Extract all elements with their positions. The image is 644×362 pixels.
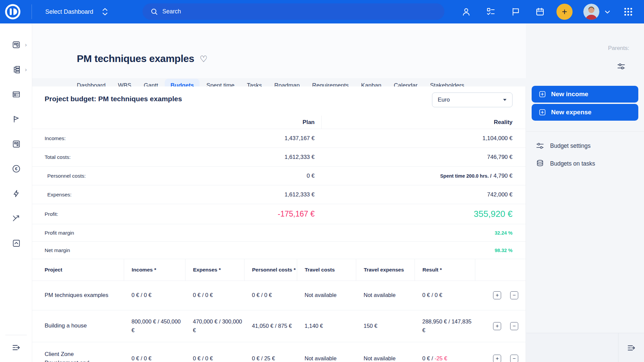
budget-summary: Plan Reality Incomes: 1,437,167 € 1,104,… xyxy=(32,116,526,259)
sidebar-item-boards[interactable] xyxy=(0,131,32,156)
project-link[interactable]: PM techniques examples xyxy=(45,292,108,298)
negative-result-value: -25 € xyxy=(435,355,447,361)
summary-row-total-costs: Total costs: 1,612,333 € 746,790 € xyxy=(32,148,526,167)
profile-button[interactable] xyxy=(462,7,471,16)
app-screen: Select Dashboard xyxy=(0,0,644,362)
add-row-button[interactable]: + xyxy=(493,322,501,330)
plan-column-header: Plan xyxy=(145,119,321,126)
table-row: Building a house 800,000 € / 450,000 € 4… xyxy=(32,310,526,342)
projects-budget-table: Project Incomes * Expenses * Personnel c… xyxy=(32,259,526,362)
currency-select[interactable]: Euro xyxy=(432,93,513,107)
sidebar-item-dashboards[interactable]: › xyxy=(0,32,32,57)
dashboard-selector[interactable]: Select Dashboard xyxy=(45,0,108,23)
search-input[interactable] xyxy=(162,8,424,15)
checklist-icon xyxy=(486,7,495,16)
profit-reality-value: 355,920 € xyxy=(321,209,526,219)
caret-down-icon xyxy=(503,99,507,101)
sidebar-item-workflow[interactable] xyxy=(0,206,32,231)
sidebar-item-pages[interactable] xyxy=(0,82,32,107)
user-icon xyxy=(462,7,471,16)
profile-menu-chevron[interactable] xyxy=(604,9,611,15)
sidebar-item-automation[interactable] xyxy=(0,181,32,206)
chevron-right-icon: › xyxy=(25,67,27,72)
dashboard-icon xyxy=(12,40,21,49)
flags-button[interactable] xyxy=(511,7,520,16)
add-row-button[interactable]: + xyxy=(493,355,501,362)
search-bar[interactable] xyxy=(143,3,444,20)
chevron-right-icon: › xyxy=(25,42,27,48)
svg-text:€: € xyxy=(15,166,17,171)
app-logo[interactable] xyxy=(4,3,21,20)
summary-row-profit: Profit: -175,167 € 355,920 € xyxy=(32,204,526,224)
table-row: PM techniques examples 0 € / 0 € 0 € / 0… xyxy=(32,281,526,310)
project-link[interactable]: Building a house xyxy=(45,322,87,329)
topbar-divider xyxy=(32,4,32,19)
col-personnel-costs: Personnel costs * xyxy=(244,259,297,281)
col-result: Result * xyxy=(415,259,475,281)
tree-structure-icon xyxy=(12,65,21,74)
col-travel-expenses: Travel expenses xyxy=(356,259,415,281)
project-link[interactable]: Client Zone Development and xyxy=(45,350,95,362)
budget-settings-link[interactable]: Budget settings xyxy=(536,141,591,151)
sidebar-item-budgets[interactable]: € xyxy=(0,156,32,181)
col-project: Project xyxy=(32,259,124,281)
euro-icon: € xyxy=(12,164,21,173)
new-expense-button[interactable]: New expense xyxy=(532,104,638,121)
sidebar-item-project-tree[interactable]: › xyxy=(0,57,32,82)
activity-bottom-bar xyxy=(526,333,644,362)
new-income-button[interactable]: New income xyxy=(532,86,638,103)
col-travel-costs: Travel costs xyxy=(297,259,356,281)
quick-add-button[interactable]: + xyxy=(556,4,573,20)
chevron-up-down-icon xyxy=(102,7,108,16)
remove-row-button[interactable]: − xyxy=(510,355,518,362)
left-sidebar: › › xyxy=(0,23,32,362)
sidebar-item-top-level[interactable] xyxy=(0,231,32,255)
flag-icon xyxy=(511,7,520,16)
panel-expand-button[interactable] xyxy=(618,333,644,362)
easy-project-logo-icon xyxy=(4,3,21,20)
spent-time-note: Spent time 200.0 hrs. / xyxy=(440,173,491,179)
budgets-on-tasks-link[interactable]: Budgets on tasks xyxy=(536,159,595,169)
summary-row-expenses: Expenses: 1,612,333 € 742,000 € xyxy=(32,185,526,204)
browser-window-icon xyxy=(12,90,21,99)
panels-icon xyxy=(12,139,21,148)
favorite-heart-icon[interactable]: ♡ xyxy=(200,54,207,64)
project-header: PM techniques examples ♡ Dashboard WBS G… xyxy=(32,23,526,78)
sidebar-expand-button[interactable] xyxy=(11,343,21,352)
table-header-row: Project Incomes * Expenses * Personnel c… xyxy=(32,259,526,281)
expand-menu-icon xyxy=(627,343,636,353)
profit-plan-value: -175,167 € xyxy=(145,209,321,219)
calendar-button[interactable] xyxy=(535,7,545,16)
dashboard-selector-label: Select Dashboard xyxy=(45,8,93,15)
square-plus-icon xyxy=(539,90,546,98)
remove-row-button[interactable]: − xyxy=(510,291,518,299)
summary-row-personnel-costs: Personnel costs: 0 € Spent time 200.0 hr… xyxy=(32,167,526,185)
lightning-icon xyxy=(12,189,21,198)
chevron-down-icon xyxy=(604,9,611,15)
currency-value: Euro xyxy=(438,97,503,103)
summary-row-net-margin: Net margin 98.32 % xyxy=(32,242,526,259)
avatar-photo xyxy=(583,4,599,20)
summary-header-row: Plan Reality xyxy=(32,116,526,129)
topbar: Select Dashboard xyxy=(0,0,644,23)
plus-icon: + xyxy=(562,7,567,17)
tasks-button[interactable] xyxy=(486,7,495,16)
branch-arrows-icon xyxy=(12,214,21,223)
add-row-button[interactable]: + xyxy=(493,291,501,299)
sidebar-item-sprints[interactable] xyxy=(0,107,32,131)
panel-divider xyxy=(526,131,644,132)
milestone-flag-icon xyxy=(12,115,21,124)
box-chevron-up-icon xyxy=(12,239,21,248)
budget-heading: Project budget: PM techniques examples xyxy=(45,95,182,103)
sliders-icon xyxy=(616,62,626,71)
col-actions xyxy=(475,259,526,281)
sliders-icon xyxy=(536,141,544,150)
summary-row-incomes: Incomes: 1,437,167 € 1,104,000 € xyxy=(32,129,526,148)
avatar[interactable] xyxy=(583,4,599,20)
view-settings-button[interactable] xyxy=(616,62,626,71)
col-expenses: Expenses * xyxy=(185,259,244,281)
calendar-icon xyxy=(535,7,545,16)
remove-row-button[interactable]: − xyxy=(510,322,518,330)
page-title: PM techniques examples xyxy=(77,53,194,64)
apps-grid-button[interactable] xyxy=(624,7,633,16)
